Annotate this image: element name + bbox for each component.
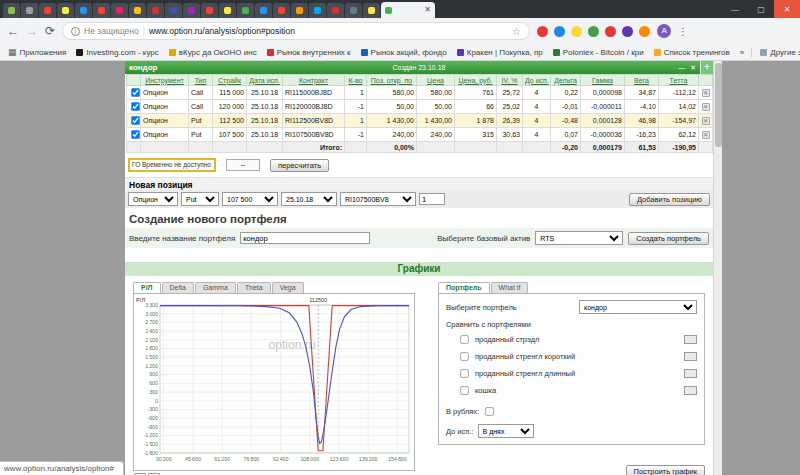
compare-checkbox[interactable] [460, 335, 468, 343]
scrollbar-thumb[interactable] [715, 63, 722, 147]
bookmark-star-icon[interactable]: ☆ [512, 26, 521, 37]
row-checkbox[interactable] [131, 102, 139, 110]
browser-tab[interactable] [21, 3, 38, 18]
portfolio-close-icon[interactable]: ✕ [690, 64, 696, 72]
browser-tab[interactable] [165, 3, 182, 18]
contract-select[interactable]: RI107500BV8 [340, 192, 416, 206]
portfolio-add-tab-button[interactable]: + [700, 61, 713, 74]
delete-row-button[interactable]: ✕ [702, 89, 710, 97]
browser-tab[interactable] [291, 3, 308, 18]
column-header[interactable]: Цена, руб. [455, 75, 497, 86]
page-scrollbar[interactable] [713, 61, 722, 475]
delete-row-button[interactable]: ✕ [702, 131, 710, 139]
bookmarks-overflow-icon[interactable]: » [740, 48, 744, 57]
portfolio-panel-tab[interactable]: Портфель [438, 282, 490, 293]
bookmark-item[interactable]: Список тренингов [654, 48, 730, 57]
bookmark-item[interactable]: вКурс да ОкОНО инс [169, 48, 257, 57]
build-chart-button[interactable]: Построить график [626, 465, 705, 475]
column-header[interactable]: Контракт [283, 75, 345, 86]
browser-tab[interactable] [345, 3, 362, 18]
column-header[interactable]: До исп. [523, 75, 551, 86]
option-type-select[interactable]: Put [181, 192, 219, 206]
row-checkbox[interactable] [131, 116, 139, 124]
chart-tab[interactable]: Р/Л [133, 282, 161, 293]
extension-icon[interactable] [605, 26, 616, 37]
create-portfolio-button[interactable]: Создать портфель [628, 232, 709, 245]
tab-close-icon[interactable]: ✕ [424, 6, 431, 14]
extension-icon[interactable] [571, 26, 582, 37]
browser-tab[interactable] [201, 3, 218, 18]
other-bookmarks-button[interactable]: Другие закладки [751, 48, 800, 57]
browser-tab[interactable] [93, 3, 110, 18]
column-header[interactable]: IV, % [497, 75, 523, 86]
browser-tab[interactable] [219, 3, 236, 18]
browser-tab[interactable] [147, 3, 164, 18]
browser-tab[interactable] [255, 3, 272, 18]
column-header[interactable]: Страйк [213, 75, 247, 86]
expiry-date-select[interactable]: 25.10.18 [281, 192, 337, 206]
strike-select[interactable]: 107 500 [222, 192, 278, 206]
bookmark-item[interactable]: Poloniex - Bitcoin / кри [553, 48, 644, 57]
browser-tab[interactable] [273, 3, 290, 18]
column-header[interactable]: Поз. откр. по [367, 75, 417, 86]
compare-color-box[interactable] [684, 386, 697, 395]
compare-checkbox[interactable] [460, 352, 468, 360]
portfolio-name-input[interactable] [240, 232, 370, 244]
window-minimize-button[interactable]: — [722, 0, 748, 18]
quantity-input[interactable] [419, 193, 445, 205]
chart-tab[interactable]: Theta [237, 282, 271, 293]
column-header[interactable]: Тетта [659, 75, 699, 86]
browser-tab[interactable] [237, 3, 254, 18]
extension-icon[interactable] [588, 26, 599, 37]
compare-color-box[interactable] [684, 335, 697, 344]
forward-icon[interactable]: → [26, 25, 38, 37]
column-header[interactable]: Инструмент [141, 75, 189, 86]
instrument-select[interactable]: Опцион [128, 192, 178, 206]
browser-tab[interactable] [309, 3, 326, 18]
rubles-checkbox[interactable] [485, 407, 493, 415]
portfolio-select[interactable]: кондор [579, 300, 697, 314]
column-header[interactable]: Вега [625, 75, 659, 86]
compare-checkbox[interactable] [460, 369, 468, 377]
extension-icon[interactable] [622, 26, 633, 37]
extension-icon[interactable] [537, 26, 548, 37]
chart-tab[interactable]: Gamma [195, 282, 236, 293]
apps-shortcut[interactable]: ▦ Приложения [8, 47, 66, 57]
browser-tab[interactable] [327, 3, 344, 18]
extension-icon[interactable] [554, 26, 565, 37]
reload-icon[interactable]: ⟳ [45, 25, 55, 37]
browser-tab[interactable] [39, 3, 56, 18]
window-close-button[interactable]: ✕ [774, 0, 800, 18]
delete-row-button[interactable]: ✕ [702, 117, 710, 125]
delete-row-button[interactable]: ✕ [702, 103, 710, 111]
site-info-icon[interactable]: i [71, 27, 80, 36]
browser-tab[interactable] [183, 3, 200, 18]
column-header[interactable]: Тип [189, 75, 213, 86]
browser-tab[interactable] [129, 3, 146, 18]
chart-tab[interactable]: Vega [272, 282, 304, 293]
browser-menu-icon[interactable]: ⋮ [678, 26, 688, 37]
days-select[interactable]: В днях [478, 424, 534, 438]
profile-avatar[interactable]: A [657, 24, 671, 38]
browser-tab[interactable] [3, 3, 20, 18]
browser-tab[interactable] [363, 3, 380, 18]
chart-tab[interactable]: Delta [162, 282, 194, 293]
compare-color-box[interactable] [684, 352, 697, 361]
browser-tab-active[interactable]: ✕ [381, 2, 435, 18]
back-icon[interactable]: ← [7, 25, 19, 37]
bookmark-item[interactable]: Рынок внутренних к [267, 48, 351, 57]
base-asset-select[interactable]: RTS [535, 231, 623, 245]
column-header[interactable]: К-во [345, 75, 367, 86]
compare-color-box[interactable] [684, 369, 697, 378]
column-header[interactable]: Дельта [551, 75, 581, 86]
portfolio-panel-tab[interactable]: What if [491, 282, 529, 293]
row-checkbox[interactable] [131, 88, 139, 96]
browser-tab[interactable] [111, 3, 128, 18]
window-maximize-button[interactable]: ▢ [748, 0, 774, 18]
browser-tab[interactable] [57, 3, 74, 18]
address-bar[interactable]: i Не защищено | www.option.ru/analysis/o… [62, 22, 530, 40]
extension-icon[interactable] [639, 26, 650, 37]
recalculate-button[interactable]: пересчитать [270, 159, 329, 172]
column-header[interactable]: Дата исп. [247, 75, 283, 86]
column-header[interactable]: Цена [417, 75, 455, 86]
